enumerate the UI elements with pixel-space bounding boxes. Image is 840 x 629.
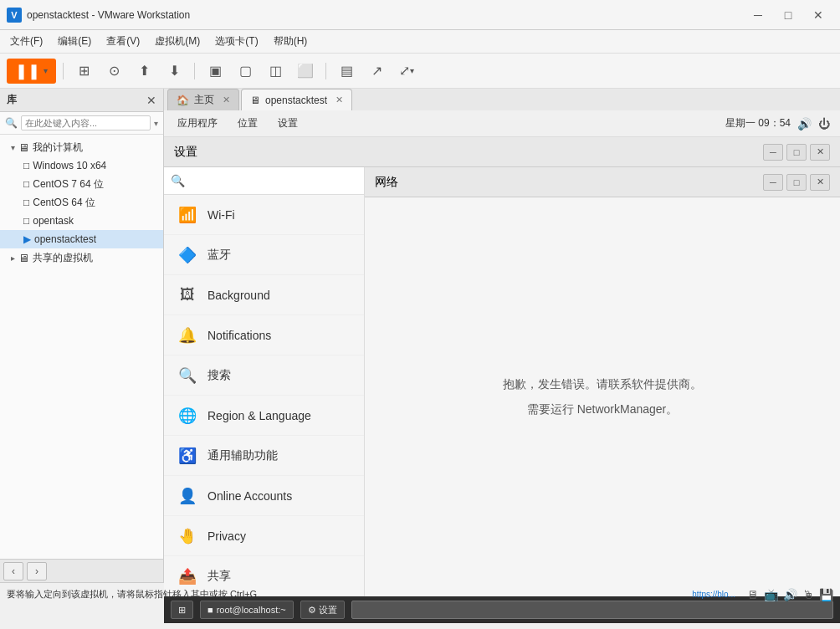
settings-item-privacy[interactable]: 🤚 Privacy xyxy=(164,516,364,556)
settings-item-online-accounts[interactable]: 👤 Online Accounts xyxy=(164,476,364,516)
toolbar-btn-9[interactable]: ▤ xyxy=(333,59,360,84)
sidebar-back-button[interactable]: ‹ xyxy=(3,562,23,580)
titlebar-left: V openstacktest - VMware Workstation xyxy=(7,8,190,23)
menu-tabs[interactable]: 选项卡(T) xyxy=(208,32,264,51)
taskbar-terminal-btn[interactable]: ■ root@localhost:~ xyxy=(200,601,294,619)
expand-dropdown[interactable]: ▾ xyxy=(410,66,414,75)
settings-item-region[interactable]: 🌐 Region & Language xyxy=(164,396,364,436)
toolbar-divider2 xyxy=(194,63,195,79)
settings-item-accessibility[interactable]: ♿ 通用辅助功能 xyxy=(164,436,364,476)
settings-item-notifications[interactable]: 🔔 Notifications xyxy=(164,315,364,355)
close-button[interactable]: ✕ xyxy=(803,3,833,27)
pause-button[interactable]: ❚❚ ▾ xyxy=(7,59,56,84)
sidebar: 库 ✕ 🔍 ▾ ▾ 🖥 我的计算机 □ Windows 10 x64 □ Cen… xyxy=(0,89,164,582)
sidebar-header: 库 ✕ xyxy=(0,89,163,112)
vm-nav-settings[interactable]: 设置 xyxy=(274,115,301,132)
minimize-button[interactable]: ─ xyxy=(743,3,773,27)
toolbar-btn-2[interactable]: ⊙ xyxy=(100,59,127,84)
status-icon-sound[interactable]: 🔊 xyxy=(783,588,797,601)
tree-item-opentask[interactable]: □ opentask xyxy=(0,212,163,230)
tree-item-centos64[interactable]: □ CentOS 64 位 xyxy=(0,193,163,212)
status-message: 要将输入定向到该虚拟机，请将鼠标指针移入其中或按 Ctrl+G。 xyxy=(7,588,266,601)
tree-label-centos7: CentOS 7 64 位 xyxy=(33,177,104,192)
settings-label-region: Region & Language xyxy=(207,409,311,422)
vm-power-icon[interactable]: ⏻ xyxy=(818,117,830,130)
settings-maximize-btn[interactable]: □ xyxy=(786,144,807,161)
status-icon-vm[interactable]: 🖥 xyxy=(747,588,759,601)
toolbar-btn-4[interactable]: ⬇ xyxy=(161,59,187,84)
network-close-btn[interactable]: ✕ xyxy=(810,174,830,191)
toolbar-btn-3[interactable]: ⬆ xyxy=(131,59,157,84)
toolbar: ❚❚ ▾ ⊞ ⊙ ⬆ ⬇ ▣ ▢ ◫ ⬜ ▤ ↗ ⤢ ▾ xyxy=(0,54,840,89)
status-url: https://blo... xyxy=(692,590,735,599)
menu-edit[interactable]: 编辑(E) xyxy=(51,32,98,51)
settings-list-panel: 🔍 📶 Wi-Fi 🔷 蓝牙 xyxy=(164,167,365,596)
status-icon-mouse[interactable]: 🖱 xyxy=(802,588,814,601)
toolbar-btn-10[interactable]: ↗ xyxy=(363,59,390,84)
tab-home-close[interactable]: ✕ xyxy=(223,95,230,105)
notifications-icon: 🔔 xyxy=(177,326,197,345)
tree-label-openstacktest: openstacktest xyxy=(34,233,96,245)
background-icon: 🖼 xyxy=(177,286,197,304)
taskbar-settings-btn[interactable]: ⚙ 设置 xyxy=(300,601,345,619)
sidebar-close-button[interactable]: ✕ xyxy=(146,94,156,107)
settings-item-search[interactable]: 🔍 搜索 xyxy=(164,355,364,396)
taskbar-restore-btn[interactable]: ⊞ xyxy=(171,601,193,619)
settings-close-btn[interactable]: ✕ xyxy=(810,144,830,161)
tree-item-centos7[interactable]: □ CentOS 7 64 位 xyxy=(0,175,163,193)
toolbar-btn-8[interactable]: ⬜ xyxy=(292,59,319,84)
status-icon-display[interactable]: 📺 xyxy=(764,588,778,601)
sidebar-forward-button[interactable]: › xyxy=(27,562,47,580)
tree-label-centos64: CentOS 64 位 xyxy=(33,196,95,210)
window-title: openstacktest - VMware Workstation xyxy=(27,9,190,21)
toolbar-btn-5[interactable]: ▣ xyxy=(202,59,228,84)
taskbar-search-input[interactable] xyxy=(351,601,833,619)
restore-icon: ⊞ xyxy=(178,605,186,616)
computer-icon: 🖥 xyxy=(18,141,29,154)
online-accounts-icon: 👤 xyxy=(177,487,197,505)
tree-item-shared[interactable]: ▸ 🖥 共享的虚拟机 xyxy=(0,248,163,267)
settings-minimize-btn[interactable]: ─ xyxy=(763,144,783,161)
network-error-panel: 抱歉，发生错误。请联系软件提供商。 需要运行 NetworkManager。 xyxy=(365,197,840,596)
settings-item-background[interactable]: 🖼 Background xyxy=(164,275,364,315)
settings-window-title-area: 设置 xyxy=(174,145,197,160)
toolbar-btn-11[interactable]: ⤢ ▾ xyxy=(393,59,420,84)
settings-window-header: 设置 ─ □ ✕ xyxy=(164,137,840,167)
sidebar-tree: ▾ 🖥 我的计算机 □ Windows 10 x64 □ CentOS 7 64… xyxy=(0,135,163,559)
tabs-container: 🏠 主页 ✕ 🖥 openstacktest ✕ 应用程序 位置 设置 星期一 … xyxy=(164,89,840,582)
sharing-icon: 📤 xyxy=(177,567,197,586)
tree-item-mycomputer[interactable]: ▾ 🖥 我的计算机 xyxy=(0,138,163,156)
network-minimize-btn[interactable]: ─ xyxy=(763,174,783,191)
menu-view[interactable]: 查看(V) xyxy=(100,32,146,51)
vm-sound-icon[interactable]: 🔊 xyxy=(797,117,812,130)
menu-file[interactable]: 文件(F) xyxy=(3,32,49,51)
maximize-button[interactable]: □ xyxy=(773,3,803,27)
tab-home[interactable]: 🏠 主页 ✕ xyxy=(167,89,239,110)
pause-dropdown-icon[interactable]: ▾ xyxy=(44,66,48,75)
vm-screen: 设置 ─ □ ✕ 🔍 xyxy=(164,137,840,596)
settings-item-wifi[interactable]: 📶 Wi-Fi xyxy=(164,195,364,235)
toolbar-btn-7[interactable]: ◫ xyxy=(262,59,289,84)
terminal-label: root@localhost:~ xyxy=(217,605,286,615)
settings-search-bar: 🔍 xyxy=(164,167,364,195)
sidebar-title: 库 xyxy=(7,93,17,107)
vm-nav-apps[interactable]: 应用程序 xyxy=(174,115,221,132)
tree-item-openstacktest[interactable]: ▶ openstacktest xyxy=(0,230,163,248)
toolbar-btn-1[interactable]: ⊞ xyxy=(70,59,97,84)
network-title-bar: 网络 ─ □ ✕ xyxy=(365,167,840,197)
status-icon-storage[interactable]: 💾 xyxy=(819,588,833,601)
tab-vm-close[interactable]: ✕ xyxy=(335,95,343,105)
menu-vm[interactable]: 虚拟机(M) xyxy=(148,32,207,51)
sidebar-search-input[interactable] xyxy=(21,115,151,130)
vm-nav-bar: 应用程序 位置 设置 星期一 09：54 🔊 ⏻ xyxy=(164,110,840,137)
network-panel-title: 网络 xyxy=(375,175,398,190)
vm-nav-places[interactable]: 位置 xyxy=(234,115,261,132)
network-maximize-btn[interactable]: □ xyxy=(786,174,807,191)
sidebar-search-dropdown[interactable]: ▾ xyxy=(154,119,158,128)
tab-openstacktest[interactable]: 🖥 openstacktest ✕ xyxy=(241,89,352,110)
toolbar-btn-6[interactable]: ▢ xyxy=(232,59,259,84)
tree-item-win10[interactable]: □ Windows 10 x64 xyxy=(0,156,163,175)
menu-help[interactable]: 帮助(H) xyxy=(267,32,315,51)
settings-item-bluetooth[interactable]: 🔷 蓝牙 xyxy=(164,235,364,275)
tree-label-shared: 共享的虚拟机 xyxy=(33,251,93,265)
